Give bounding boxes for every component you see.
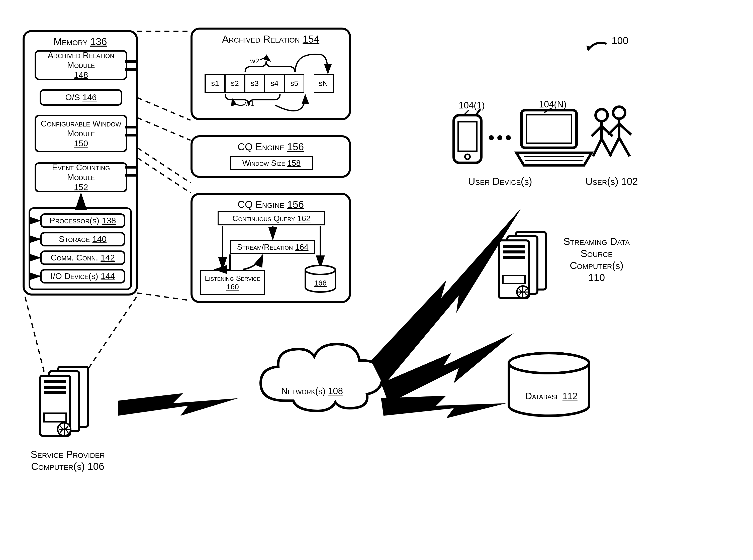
database-label: Database 112 (516, 391, 586, 401)
database-svg (0, 0, 753, 560)
svg-point-58 (509, 353, 589, 373)
